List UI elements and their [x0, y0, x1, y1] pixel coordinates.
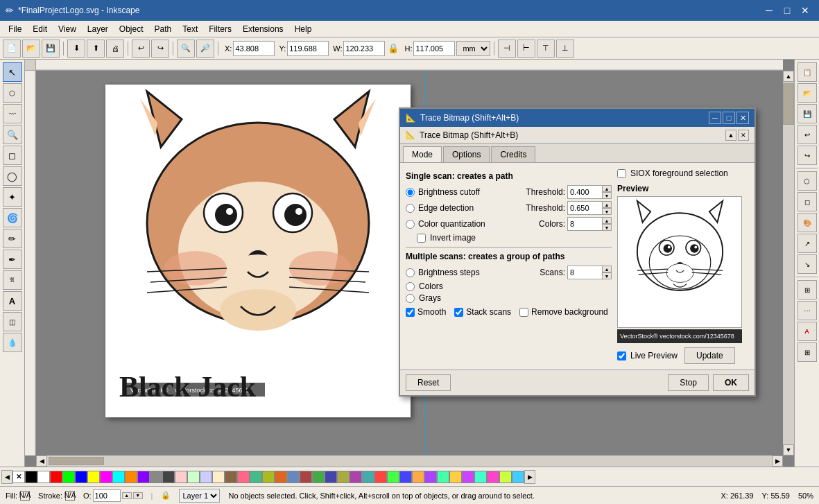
brightness-threshold-up[interactable]: ▲: [602, 185, 612, 192]
grays-radio[interactable]: [406, 294, 415, 303]
palette-color-31[interactable]: [412, 471, 424, 483]
invert-checkbox[interactable]: [417, 234, 426, 243]
palette-color-29[interactable]: [387, 471, 399, 483]
palette-color-11[interactable]: [162, 471, 175, 483]
reset-button[interactable]: Reset: [406, 374, 451, 391]
circle-tool[interactable]: ◯: [3, 166, 22, 186]
menu-file[interactable]: File: [3, 23, 27, 35]
palette-none[interactable]: ✕: [12, 471, 25, 483]
palette-color-1[interactable]: [37, 471, 50, 483]
brightness-threshold-input[interactable]: [567, 185, 602, 199]
palette-color-16[interactable]: [225, 471, 237, 483]
toolbar-new[interactable]: 📄: [3, 40, 21, 58]
update-button[interactable]: Update: [684, 347, 735, 364]
edge-radio[interactable]: [406, 204, 415, 213]
right-tool-14[interactable]: ⊞: [798, 342, 817, 362]
right-tool-10[interactable]: ↘: [798, 254, 817, 274]
maximize-button[interactable]: □: [779, 2, 795, 19]
node-tool[interactable]: ⬡: [3, 83, 22, 103]
toolbar-align4[interactable]: ⊥: [556, 40, 574, 58]
tweak-tool[interactable]: 〰: [3, 104, 22, 123]
toolbar-open[interactable]: 📂: [22, 40, 40, 58]
toolbar-export[interactable]: ⬆: [87, 40, 105, 58]
scroll-vertical[interactable]: ▲ ▼: [783, 71, 794, 455]
palette-color-30[interactable]: [399, 471, 412, 483]
right-tool-4[interactable]: ↩: [798, 125, 817, 144]
palette-color-24[interactable]: [325, 471, 337, 483]
palette-color-38[interactable]: [499, 471, 512, 483]
lock-ratio-icon[interactable]: 🔒: [388, 43, 399, 53]
palette-color-7[interactable]: [112, 471, 125, 483]
zoom-tool[interactable]: 🔍: [3, 125, 22, 144]
colors-multi-radio[interactable]: [406, 282, 415, 291]
tab-mode[interactable]: Mode: [403, 146, 442, 162]
palette-color-9[interactable]: [137, 471, 150, 483]
w-input[interactable]: [343, 41, 385, 56]
right-tool-6[interactable]: ⬡: [798, 171, 817, 191]
menu-object[interactable]: Object: [114, 23, 149, 35]
color-quant-radio[interactable]: [406, 220, 415, 229]
live-preview-checkbox[interactable]: [617, 351, 626, 360]
right-tool-9[interactable]: ↗: [798, 234, 817, 253]
right-tool-1[interactable]: 📋: [798, 62, 817, 82]
scroll-horizontal[interactable]: ◀ ▶: [36, 455, 783, 467]
menu-layer[interactable]: Layer: [82, 23, 114, 35]
tab-credits[interactable]: Credits: [491, 146, 535, 162]
unit-select[interactable]: mmpxptin: [456, 41, 490, 56]
palette-color-37[interactable]: [487, 471, 499, 483]
palette-color-21[interactable]: [287, 471, 300, 483]
close-button[interactable]: ✕: [797, 2, 813, 19]
edge-threshold-up[interactable]: ▲: [602, 201, 612, 208]
palette-color-26[interactable]: [350, 471, 362, 483]
toolbar-align3[interactable]: ⊤: [537, 40, 555, 58]
select-tool[interactable]: ↖: [3, 62, 22, 82]
palette-color-15[interactable]: [212, 471, 225, 483]
palette-color-17[interactable]: [237, 471, 250, 483]
edge-threshold-input[interactable]: [567, 201, 602, 215]
palette-color-36[interactable]: [474, 471, 487, 483]
right-tool-5[interactable]: ↪: [798, 146, 817, 165]
palette-color-13[interactable]: [187, 471, 200, 483]
dialog-minimize[interactable]: ─: [709, 112, 721, 124]
menu-text[interactable]: Text: [177, 23, 203, 35]
toolbar-align1[interactable]: ⊣: [498, 40, 516, 58]
palette-color-19[interactable]: [262, 471, 275, 483]
toolbar-zoom-out[interactable]: 🔎: [196, 40, 214, 58]
edge-threshold-down[interactable]: ▼: [602, 208, 612, 215]
rect-tool[interactable]: ◻: [3, 146, 22, 165]
toolbar-align2[interactable]: ⊢: [517, 40, 535, 58]
menu-filters[interactable]: Filters: [203, 23, 237, 35]
right-tool-7[interactable]: ◻: [798, 192, 817, 211]
layer-select[interactable]: Layer 1: [179, 489, 220, 503]
dropper-tool[interactable]: 💧: [3, 333, 22, 352]
stack-scans-checkbox[interactable]: [454, 308, 463, 317]
h-input[interactable]: [413, 41, 455, 56]
palette-color-12[interactable]: [175, 471, 187, 483]
brightness-threshold-down[interactable]: ▼: [602, 192, 612, 199]
palette-color-5[interactable]: [87, 471, 100, 483]
colors-input[interactable]: [567, 217, 602, 231]
brightness-radio[interactable]: [406, 188, 415, 197]
dialog-detach[interactable]: ✕: [738, 130, 749, 141]
right-tool-2[interactable]: 📂: [798, 83, 817, 103]
menu-extensions[interactable]: Extensions: [237, 23, 289, 35]
stop-button[interactable]: Stop: [668, 374, 709, 391]
menu-path[interactable]: Path: [149, 23, 178, 35]
opacity-down[interactable]: ▼: [133, 492, 143, 499]
palette-color-39[interactable]: [512, 471, 524, 483]
toolbar-zoom-in[interactable]: 🔍: [177, 40, 195, 58]
palette-scroll-right[interactable]: ▶: [524, 470, 535, 484]
x-input[interactable]: [233, 41, 275, 56]
dialog-close[interactable]: ✕: [736, 112, 749, 124]
toolbar-save[interactable]: 💾: [42, 40, 60, 58]
palette-color-3[interactable]: [62, 471, 75, 483]
opacity-input[interactable]: [93, 489, 121, 502]
toolbar-print[interactable]: 🖨: [106, 40, 124, 58]
menu-help[interactable]: Help: [289, 23, 318, 35]
right-tool-3[interactable]: 💾: [798, 104, 817, 123]
palette-color-32[interactable]: [424, 471, 437, 483]
dialog-collapse[interactable]: ▲: [725, 130, 736, 141]
palette-color-10[interactable]: [150, 471, 162, 483]
palette-color-34[interactable]: [449, 471, 462, 483]
siox-checkbox[interactable]: [617, 169, 626, 178]
